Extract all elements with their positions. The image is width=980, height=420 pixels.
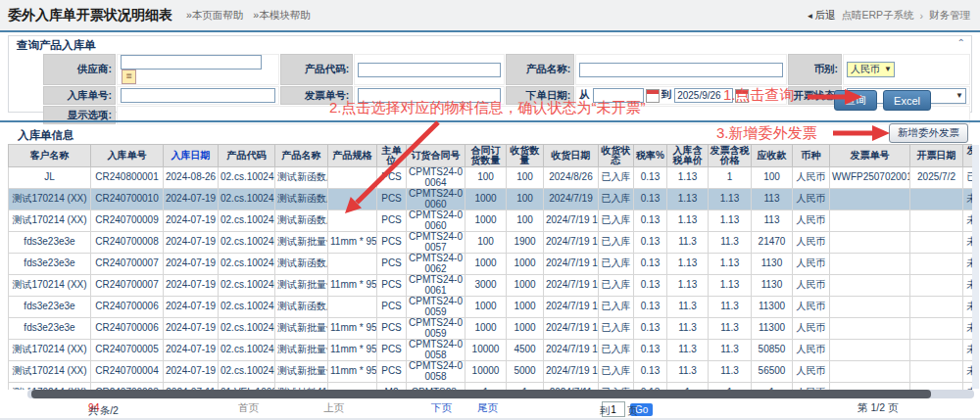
column-header[interactable]: 入库日期 [164, 145, 219, 167]
table-cell: 2024/7/19 10 [544, 361, 599, 383]
table-cell: 11mm * 95m [328, 232, 377, 254]
table-cell: 未开票 [963, 297, 973, 318]
table-cell: 4500 [507, 340, 544, 361]
table-cell: 测试新函数成 [275, 210, 328, 232]
calendar-icon[interactable] [646, 89, 660, 103]
table-cell: 02.cs.100241 [219, 297, 275, 318]
table-row[interactable]: fds3e23e3eCR2407000062024-07-1902.cs.100… [9, 297, 973, 318]
table-cell: CPMTS24-00060 [407, 189, 466, 210]
table-cell: PCS [377, 189, 407, 210]
table-cell: PCS [377, 232, 407, 254]
next-page-link[interactable]: 下页 [431, 401, 452, 415]
table-cell: 人民币 [793, 361, 830, 383]
table-cell [830, 232, 910, 254]
table-cell: 1 [466, 383, 507, 391]
table-cell: 1000 [507, 318, 544, 340]
table-cell: 已入库 [599, 340, 634, 361]
table-cell: 0.13 [634, 297, 667, 318]
table-row[interactable]: fds3e23e3eCR2407000072024-07-1902.cs.100… [9, 254, 973, 275]
table-cell: PCS [377, 167, 407, 189]
table-cell: CPMTS24-00064 [407, 167, 466, 189]
table-cell: 2024/8/26 [544, 167, 599, 189]
breadcrumb-system[interactable]: 点晴ERP子系统 [841, 9, 913, 23]
table-cell: 11.3 [709, 361, 752, 383]
table-row[interactable]: 测试170214 (XX)CR2407000072024-07-1902.cs.… [9, 275, 973, 297]
table-cell: 已入库 [599, 318, 634, 340]
excel-button[interactable]: Excel [883, 90, 931, 111]
table-cell: 11.3 [667, 318, 709, 340]
table-row[interactable]: 测试170214 (XX)CR2407000052024-07-1902.cs.… [9, 340, 973, 361]
first-page-link[interactable]: 首页 [238, 401, 259, 415]
table-cell: 11.3 [667, 297, 709, 318]
table-cell: 11.3 [709, 297, 752, 318]
table-cell: CPMTS24-00060 [407, 210, 466, 232]
record-count: 共94条/2页 [88, 401, 100, 413]
chevron-down-icon: ▼ [884, 63, 892, 76]
table-cell: 人民币 [793, 210, 830, 232]
table-cell: 0.13 [634, 340, 667, 361]
table-cell: CR240700008 [91, 232, 164, 254]
column-header: 发票单号 [830, 145, 910, 167]
table-cell: 11300 [752, 318, 793, 340]
table-cell: 02.cs.100246 [219, 340, 275, 361]
table-cell: 已入库 [599, 361, 634, 383]
table-row[interactable]: fds3e23e3eCR2407000082024-07-1902.cs.100… [9, 232, 973, 254]
table-cell [910, 275, 963, 297]
add-outsource-invoice-button[interactable]: 新增委外发票 [889, 123, 968, 143]
table-cell: 未开票 [963, 383, 973, 391]
collapse-panel-icon[interactable]: ⌃ [957, 38, 965, 48]
table-cell: 测试新函数成 [275, 167, 328, 189]
column-header: 产品规格 [328, 145, 377, 167]
table-cell: 2024/7/11 [544, 383, 599, 391]
product-code-input[interactable] [358, 63, 501, 77]
table-cell: PCS [377, 318, 407, 340]
table-cell: 人民币 [793, 254, 830, 275]
query-button[interactable]: 查询 [834, 90, 877, 111]
table-cell: 未开票 [963, 210, 973, 232]
table-row[interactable]: 测试170214 (XX)CR2407000092024-07-1902.cs.… [9, 210, 973, 232]
table-row[interactable]: 测试170214 (XX)CR2407000102024-07-1902.cs.… [9, 189, 973, 210]
supplier-picker-icon[interactable]: ≣ [122, 70, 136, 84]
table-cell: 1000 [507, 275, 544, 297]
table-cell: PCS [377, 275, 407, 297]
vertical-scrollbar[interactable] [972, 145, 979, 389]
table-cell: PCS [377, 210, 407, 232]
table-cell: 1 [667, 383, 709, 391]
table-cell: 100 [466, 167, 507, 189]
table-cell: 0.13 [634, 232, 667, 254]
column-header: 发票含税价格 [709, 145, 752, 167]
table-cell: 未开票 [963, 232, 973, 254]
module-help-link[interactable]: »本模块帮助 [253, 9, 310, 23]
column-header: 收货日期 [544, 145, 599, 167]
table-cell: 11.3 [709, 232, 752, 254]
horizontal-scrollbar-track[interactable] [27, 390, 974, 398]
back-button[interactable]: ◄后退 [806, 9, 835, 23]
table-row[interactable]: 测试170214 (XX)CR2407000042024-07-1902.cs.… [9, 361, 973, 383]
last-page-link[interactable]: 尾页 [477, 401, 498, 415]
breadcrumb-module[interactable]: 财务管理 [929, 9, 970, 23]
inbound-no-input[interactable] [121, 88, 275, 103]
prev-page-link[interactable]: 上页 [323, 401, 344, 415]
table-cell: 100 [752, 167, 793, 189]
column-header: 收货数量 [507, 145, 544, 167]
table-cell [328, 210, 377, 232]
horizontal-scrollbar-thumb[interactable] [31, 390, 931, 398]
currency-select[interactable]: 人民币▼ [847, 62, 895, 77]
table-cell: 1000 [466, 318, 507, 340]
breadcrumb: ◄后退 点晴ERP子系统 › 财务管理 [806, 0, 970, 30]
supplier-input[interactable] [121, 55, 262, 70]
table-row[interactable]: JLCR2408000012024-08-2602.cs.100241测试新函数… [9, 167, 973, 189]
table-cell: 1000 [466, 297, 507, 318]
table-row[interactable]: fds3e23e3eCR2407000062024-07-1902.cs.100… [9, 318, 973, 340]
table-cell: 02.cs.100241 [219, 254, 275, 275]
product-name-input[interactable] [579, 63, 783, 77]
table-cell: 11.3 [667, 232, 709, 254]
table-cell: CR240700004 [91, 361, 164, 383]
table-cell [830, 340, 910, 361]
table-cell: 0.13 [634, 383, 667, 391]
table-cell: 已入库 [599, 383, 634, 391]
table-cell: fds3e23e3e [9, 318, 91, 340]
page-help-link[interactable]: »本页面帮助 [186, 9, 243, 23]
table-row[interactable]: 测试170214 (XX)CR2407000032024-07-1101.VEL… [9, 383, 973, 391]
table-cell: 未开票 [963, 318, 973, 340]
